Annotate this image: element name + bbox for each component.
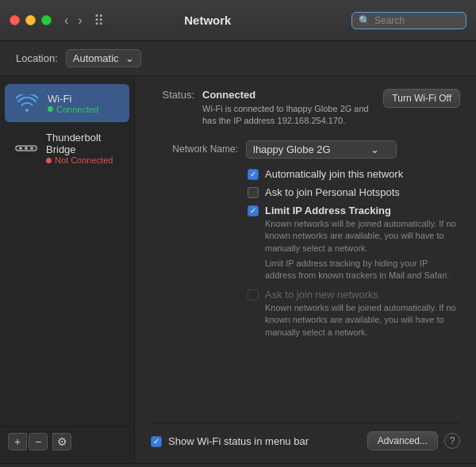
tb-status-text: Not Connected bbox=[55, 155, 113, 165]
close-button[interactable] bbox=[10, 15, 20, 25]
ask-new-label: Ask to join new networks bbox=[265, 289, 460, 300]
turn-wifi-off-button[interactable]: Turn Wi-Fi Off bbox=[383, 89, 460, 108]
ask-new-desc: Known networks will be joined automatica… bbox=[265, 302, 460, 339]
maximize-button[interactable] bbox=[41, 15, 52, 25]
checkbox-limit-ip[interactable]: Limit IP Address Tracking Known networks… bbox=[248, 205, 460, 255]
chevron-down-icon: ⌄ bbox=[125, 52, 134, 64]
ask-new-checkbox bbox=[248, 289, 259, 300]
location-value: Automatic bbox=[73, 52, 119, 64]
checkbox-section: Automatically join this network Ask to j… bbox=[248, 168, 460, 339]
limit-ip-desc-text: Limit IP address tracking by hiding your… bbox=[265, 258, 460, 282]
auto-join-checkbox[interactable] bbox=[248, 169, 259, 180]
tb-info: Thunderbolt Bridge Not Connected bbox=[46, 132, 120, 165]
network-name-value: lhappy Globe 2G bbox=[253, 144, 331, 155]
wifi-status: Connected bbox=[48, 105, 98, 114]
detail-panel: Status: Connected Wi-Fi is connected to … bbox=[135, 76, 476, 463]
add-network-button[interactable]: + bbox=[8, 433, 27, 450]
show-wifi-checkbox[interactable] bbox=[151, 436, 162, 447]
show-wifi-label: Show Wi-Fi status in menu bar bbox=[168, 435, 309, 447]
search-box[interactable]: 🔍 bbox=[351, 12, 466, 29]
network-name-select[interactable]: lhappy Globe 2G ⌄ bbox=[246, 140, 397, 159]
checkbox-personal-hotspot[interactable]: Ask to join Personal Hotspots bbox=[248, 186, 460, 198]
ask-new-info: Ask to join new networks Known networks … bbox=[265, 289, 460, 339]
main-content: Wi-Fi Connected Thunderbolt Bridge bbox=[0, 76, 476, 463]
limit-ip-checkbox[interactable] bbox=[248, 205, 259, 216]
tb-status: Not Connected bbox=[46, 155, 120, 165]
network-name-row: Network Name: lhappy Globe 2G ⌄ bbox=[151, 140, 460, 159]
tb-name: Thunderbolt Bridge bbox=[46, 132, 120, 155]
network-options-button[interactable]: ⚙ bbox=[52, 433, 71, 450]
limit-ip-info: Limit IP Address Tracking Known networks… bbox=[265, 205, 460, 255]
minimize-button[interactable] bbox=[25, 15, 36, 25]
wifi-icon bbox=[14, 90, 40, 116]
network-name-label: Network Name: bbox=[151, 144, 238, 155]
status-value: Connected bbox=[202, 89, 255, 101]
personal-hotspot-info: Ask to join Personal Hotspots bbox=[265, 186, 400, 198]
status-info: Connected Wi-Fi is connected to lhappy G… bbox=[202, 89, 375, 128]
location-bar: Location: Automatic ⌄ bbox=[0, 41, 476, 76]
sidebar-item-thunderbolt[interactable]: Thunderbolt Bridge Not Connected bbox=[5, 125, 129, 171]
auto-join-info: Automatically join this network bbox=[265, 168, 403, 180]
svg-rect-2 bbox=[19, 147, 22, 150]
window-title: Network bbox=[64, 13, 351, 27]
wifi-status-row: Show Wi-Fi status in menu bar Advanced..… bbox=[151, 423, 460, 450]
checkbox-ask-new: Ask to join new networks Known networks … bbox=[248, 289, 460, 339]
auto-join-label: Automatically join this network bbox=[265, 168, 403, 180]
status-dot-green bbox=[48, 106, 53, 112]
traffic-lights bbox=[10, 15, 52, 25]
limit-ip-description: Limit IP address tracking by hiding your… bbox=[265, 256, 460, 282]
search-input[interactable] bbox=[374, 15, 462, 26]
svg-rect-3 bbox=[30, 147, 33, 150]
wifi-info: Wi-Fi Connected bbox=[48, 93, 98, 114]
search-icon: 🔍 bbox=[359, 15, 370, 26]
checkbox-auto-join[interactable]: Automatically join this network bbox=[248, 168, 460, 180]
network-name-chevron-icon: ⌄ bbox=[370, 144, 379, 155]
sidebar-item-wifi[interactable]: Wi-Fi Connected bbox=[5, 84, 129, 122]
limit-ip-label: Limit IP Address Tracking bbox=[265, 205, 460, 216]
status-label: Status: bbox=[151, 89, 194, 101]
status-description: Wi-Fi is connected to lhappy Globe 2G an… bbox=[202, 103, 375, 128]
bottom-bar: 🔒 Click the lock to make changes. Revert… bbox=[0, 463, 476, 467]
wifi-name: Wi-Fi bbox=[48, 93, 98, 105]
personal-hotspot-checkbox[interactable] bbox=[248, 187, 259, 198]
sidebar-controls: + − ⚙ bbox=[0, 426, 134, 457]
remove-network-button[interactable]: − bbox=[29, 433, 48, 450]
location-select[interactable]: Automatic ⌄ bbox=[66, 49, 141, 67]
sidebar: Wi-Fi Connected Thunderbolt Bridge bbox=[0, 76, 135, 463]
help-button[interactable]: ? bbox=[444, 433, 460, 449]
status-row: Status: Connected Wi-Fi is connected to … bbox=[151, 89, 460, 128]
advanced-button[interactable]: Advanced... bbox=[367, 431, 438, 450]
wifi-status-text: Connected bbox=[56, 105, 98, 114]
location-label: Location: bbox=[16, 52, 58, 64]
svg-point-1 bbox=[25, 147, 28, 150]
thunderbolt-icon bbox=[14, 136, 38, 161]
personal-hotspot-label: Ask to join Personal Hotspots bbox=[265, 186, 400, 198]
limit-ip-desc: Known networks will be joined automatica… bbox=[265, 218, 460, 255]
title-bar: ‹ › ⠿ Network 🔍 bbox=[0, 0, 476, 41]
status-dot-red bbox=[46, 158, 52, 163]
